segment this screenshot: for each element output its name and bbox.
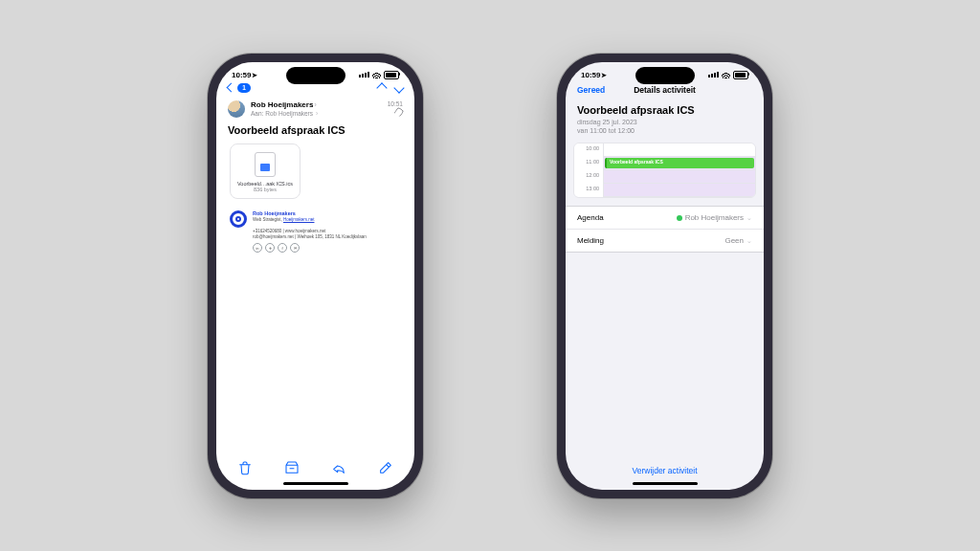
row-alert[interactable]: Melding Geen ⌄ xyxy=(566,229,764,252)
status-time: 10:59➤ xyxy=(232,71,257,79)
attachment-size: 836 bytes xyxy=(234,187,296,192)
calendar-screen: 10:59➤ Gereed Details activiteit Voorbee… xyxy=(566,62,764,490)
cellular-icon xyxy=(359,72,369,77)
phone-mail: 10:59➤ 1 xyxy=(208,54,423,498)
row-label: Agenda xyxy=(577,213,604,222)
attachment-filename: Voorbeeld…aak ICS.ics xyxy=(234,181,296,187)
row-value: Rob Hoeijmakers xyxy=(685,213,744,222)
social-row: in ✈ f ✉ xyxy=(253,243,367,253)
phone-calendar: 10:59➤ Gereed Details activiteit Voorbee… xyxy=(557,54,772,498)
picker-icon: ⌄ xyxy=(746,237,752,245)
home-indicator[interactable] xyxy=(633,482,698,485)
hour-label: 13:00 xyxy=(574,184,604,197)
stage: 10:59➤ 1 xyxy=(0,0,980,551)
to-name: Rob Hoeijmakers xyxy=(265,110,313,117)
nav-title: Details activiteit xyxy=(634,85,696,95)
logo-icon xyxy=(230,210,247,228)
delete-activity-button[interactable]: Verwijder activiteit xyxy=(566,458,764,481)
cellular-icon xyxy=(708,72,719,77)
avatar xyxy=(228,100,245,118)
unread-badge: 1 xyxy=(237,83,251,93)
calendar-color-icon xyxy=(677,215,682,221)
to-prefix: Aan: xyxy=(251,110,263,117)
event-time: van 11:00 tot 12:00 xyxy=(577,126,752,135)
event-title: Voorbeeld afpsraak ICS xyxy=(566,100,764,118)
row-label: Melding xyxy=(577,236,604,245)
event-meta: dinsdag 25 jul. 2023 van 11:00 tot 12:00 xyxy=(566,118,764,142)
done-button[interactable]: Gereed xyxy=(577,85,605,95)
attachment-icon xyxy=(393,106,404,117)
hour-label: 11:00 xyxy=(574,157,604,170)
subject: Voorbeeld afspraak ICS xyxy=(216,121,414,143)
hour-label: 10:00 xyxy=(574,143,604,157)
dynamic-island xyxy=(635,67,695,84)
picker-icon: ⌄ xyxy=(746,214,752,222)
mail-toolbar xyxy=(216,452,414,481)
status-time: 10:59➤ xyxy=(581,71,607,79)
archive-icon[interactable] xyxy=(284,460,300,475)
trash-icon[interactable] xyxy=(237,460,253,475)
timeline[interactable]: 10:00 11:00 Voorbeeld afpsraak ICS 12:00… xyxy=(573,143,756,198)
location-icon: ➤ xyxy=(601,72,607,78)
attachment-card[interactable]: Voorbeeld…aak ICS.ics 836 bytes xyxy=(230,143,301,199)
chevron-left-icon xyxy=(227,83,236,93)
compose-icon[interactable] xyxy=(378,460,393,475)
reply-icon[interactable] xyxy=(331,460,346,475)
chevron-right-icon: › xyxy=(314,100,317,109)
wifi-icon xyxy=(372,72,381,78)
battery-icon xyxy=(384,71,399,79)
sender-row[interactable]: Rob Hoeijmakers› Aan: Rob Hoeijmakers › … xyxy=(216,97,414,121)
document-icon xyxy=(255,152,276,177)
dynamic-island xyxy=(286,67,345,84)
next-message-button[interactable] xyxy=(393,82,404,93)
back-button[interactable]: 1 xyxy=(228,83,251,93)
signature-contact-2: rob@hoeijmakers.net | Weihoek 105, 1831 … xyxy=(253,234,367,239)
signature-role: Web Strategist, xyxy=(253,217,282,222)
message-time: 10:51 xyxy=(388,100,403,108)
battery-icon xyxy=(733,71,748,79)
mail-screen: 10:59➤ 1 xyxy=(216,62,414,490)
signature-text: Rob Hoeijmakers Web Strategist, Hoeijmak… xyxy=(253,210,367,253)
location-icon: ➤ xyxy=(252,72,257,78)
event-date: dinsdag 25 jul. 2023 xyxy=(577,118,752,126)
sender-name: Rob Hoeijmakers xyxy=(251,100,313,109)
wifi-icon xyxy=(722,72,730,78)
home-indicator[interactable] xyxy=(283,482,348,485)
spacer xyxy=(566,253,764,457)
sender-text: Rob Hoeijmakers› Aan: Rob Hoeijmakers › xyxy=(251,100,382,119)
mail-icon[interactable]: ✉ xyxy=(290,243,300,253)
signature-domain[interactable]: Hoeijmakers.net xyxy=(283,217,315,222)
timeline-event[interactable]: Voorbeeld afpsraak ICS xyxy=(605,158,754,168)
hour-label: 12:00 xyxy=(574,170,604,184)
linkedin-icon[interactable]: in xyxy=(253,243,262,253)
message-meta: 10:51 xyxy=(388,100,403,119)
prev-message-button[interactable] xyxy=(376,82,387,93)
telegram-icon[interactable]: ✈ xyxy=(265,243,275,253)
facebook-icon[interactable]: f xyxy=(278,243,287,253)
prev-next-group xyxy=(378,84,403,92)
signature-contact-1: +31624520680 | www.hoeijmakers.net xyxy=(253,229,325,233)
status-right xyxy=(359,71,399,79)
signature-name: Rob Hoeijmakers xyxy=(253,210,296,216)
status-right xyxy=(708,71,748,79)
calendar-nav: Gereed Details activiteit xyxy=(566,81,764,100)
signature: Rob Hoeijmakers Web Strategist, Hoeijmak… xyxy=(216,209,414,253)
settings-list: Agenda Rob Hoeijmakers ⌄ Melding Geen ⌄ xyxy=(566,206,764,253)
row-agenda[interactable]: Agenda Rob Hoeijmakers ⌄ xyxy=(566,207,764,229)
row-value: Geen xyxy=(724,236,744,245)
chevron-right-icon: › xyxy=(316,109,319,118)
